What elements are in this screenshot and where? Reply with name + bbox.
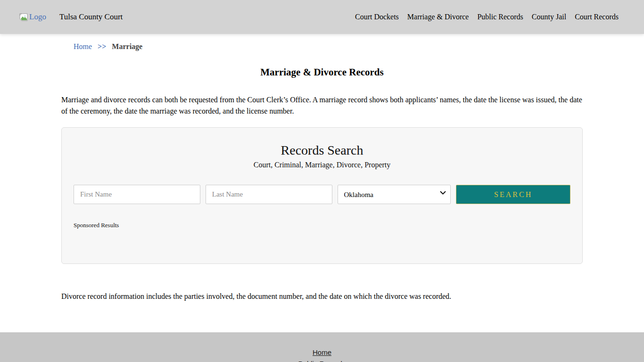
logo-alt-text: Logo	[29, 12, 46, 22]
nav-item-marriage-divorce[interactable]: Marriage & Divorce	[407, 13, 469, 21]
breadcrumb-current: Marriage	[112, 42, 142, 50]
breadcrumb-separator: >>	[98, 42, 106, 50]
nav-item-public-records[interactable]: Public Records	[477, 13, 523, 21]
nav-item-court-records[interactable]: Court Records	[575, 13, 619, 21]
divorce-paragraph: Divorce record information includes the …	[61, 291, 583, 302]
footer-link-public-records[interactable]: Public Records	[0, 358, 644, 362]
records-search-panel: Records Search Court, Criminal, Marriage…	[61, 127, 583, 264]
site-title: Tulsa County Court	[59, 12, 123, 22]
state-select-wrap: Oklahoma	[338, 185, 451, 204]
page-content: Home >> Marriage Marriage & Divorce Reco…	[61, 42, 583, 302]
footer: Home Public Records	[0, 332, 644, 362]
breadcrumb-home-link[interactable]: Home	[74, 42, 92, 50]
search-panel-subtitle: Court, Criminal, Marriage, Divorce, Prop…	[74, 161, 570, 169]
nav-item-court-dockets[interactable]: Court Dockets	[355, 13, 399, 21]
search-panel-title: Records Search	[74, 143, 570, 158]
page-title: Marriage & Divorce Records	[61, 66, 583, 78]
search-button[interactable]: SEARCH	[456, 185, 570, 204]
main-nav: Court Dockets Marriage & Divorce Public …	[355, 13, 619, 21]
footer-link-home[interactable]: Home	[0, 347, 644, 358]
search-form: Oklahoma SEARCH	[74, 185, 570, 204]
broken-image-icon	[19, 13, 28, 21]
intro-paragraph: Marriage and divorce records can both be…	[61, 94, 583, 117]
sponsored-results-label: Sponsored Results	[74, 222, 570, 229]
first-name-input[interactable]	[74, 185, 200, 204]
logo-link[interactable]: Logo	[19, 12, 46, 22]
breadcrumb: Home >> Marriage	[61, 42, 583, 51]
last-name-input[interactable]	[206, 185, 332, 204]
header: Logo Tulsa County Court Court Dockets Ma…	[0, 0, 644, 34]
state-select[interactable]: Oklahoma	[338, 185, 451, 204]
nav-item-county-jail[interactable]: County Jail	[532, 13, 566, 21]
